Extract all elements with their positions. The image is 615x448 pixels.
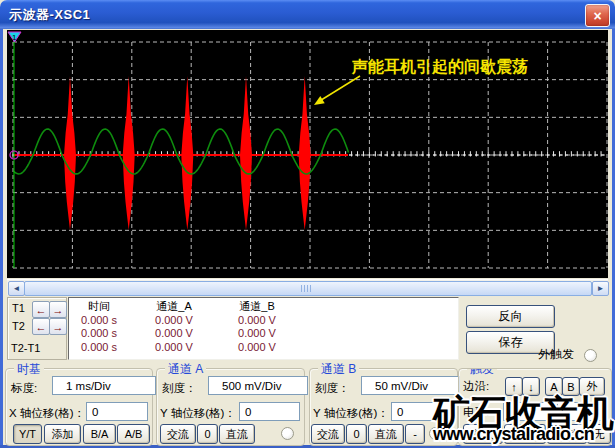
cursor-marker-label: 1 <box>12 33 17 42</box>
channel-b-yshift-label: Y 轴位移(格)： <box>313 406 389 421</box>
t2-channel-a-value: 0.000 V <box>139 327 209 341</box>
t2-t1-label: T2-T1 <box>11 342 40 354</box>
channel-a-dc-button[interactable]: 直流 <box>219 424 255 444</box>
channel-b-dc-button[interactable]: 直流 <box>368 424 404 444</box>
t1-channel-a-value: 0.000 V <box>139 314 209 328</box>
t1-label: T1 <box>12 302 25 314</box>
col-channel-b-header: 通道_B <box>222 300 292 314</box>
channel-b-minus-button[interactable]: - <box>405 424 425 444</box>
scroll-thumb-grip-icon <box>301 285 313 292</box>
channel-a-scale-label: 刻度： <box>162 381 197 396</box>
oscillation-burst <box>64 76 76 230</box>
t2-t1-channel-a-value: 0.000 V <box>139 341 209 355</box>
oscillation-burst <box>123 76 135 230</box>
channel-a-group: 通道 A 刻度： 500 mV/Div Y 轴位移(格)： 0 交流 0 直流 <box>156 368 305 446</box>
scroll-thumb[interactable] <box>24 281 592 296</box>
t1-right-button[interactable]: → <box>49 301 67 318</box>
scope-display: 1 声能耳机引起的间歇震荡 <box>7 30 608 278</box>
channel-b-zero-button[interactable]: 0 <box>346 424 367 444</box>
annotation-arrowhead-icon <box>314 96 325 105</box>
ext-trigger-radio[interactable] <box>584 349 597 362</box>
timebase-scale-field[interactable]: 1 ms/Div <box>52 376 156 395</box>
channel-b-title: 通道 B <box>318 361 359 378</box>
channel-a-yshift-field[interactable]: 0 <box>239 402 300 421</box>
timebase-xshift-field[interactable]: 0 <box>86 402 148 421</box>
t2-t1-channel-b-value: 0.000 V <box>222 341 292 355</box>
channel-a-scale-field[interactable]: 500 mV/Div <box>208 376 308 395</box>
watermark-url: www.crystalradio.cn <box>433 424 594 445</box>
col-channel-a-header: 通道_A <box>139 300 209 314</box>
ext-trigger-label: 外触发 <box>538 346 574 363</box>
reverse-button[interactable]: 反向 <box>466 305 555 328</box>
trigger-title: 触发 <box>467 368 497 378</box>
t2-right-button[interactable]: → <box>49 318 67 335</box>
cursor-readout-group: T1 ← → T2 ← → T2-T1 <box>7 297 67 360</box>
mode-add-button[interactable]: 添加 <box>44 424 81 444</box>
mode-yt-button[interactable]: Y/T <box>13 424 42 444</box>
t2-t1-time-value: 0.000 s <box>69 341 129 355</box>
t2-channel-b-value: 0.000 V <box>222 327 292 341</box>
measurement-table: 时间 0.000 s 0.000 s 0.000 s 通道_A 0.000 V … <box>68 297 459 360</box>
t1-channel-b-value: 0.000 V <box>222 314 292 328</box>
timebase-xshift-label: X 轴位移(格)： <box>9 406 85 421</box>
window-titlebar[interactable]: 示波器-XSC1 × <box>0 0 615 29</box>
timebase-group: 时基 标度: 1 ms/Div X 轴位移(格)： 0 Y/T 添加 B/A A… <box>5 368 153 446</box>
channel-b-ac-button[interactable]: 交流 <box>311 424 345 444</box>
scroll-right-button[interactable]: ► <box>592 281 609 296</box>
t1-time-value: 0.000 s <box>69 314 129 328</box>
t2-label: T2 <box>12 320 25 332</box>
oscillation-burst <box>299 76 311 230</box>
channel-b-scale-label: 刻度： <box>315 381 350 396</box>
timebase-scale-label: 标度: <box>11 381 37 396</box>
t1-left-button[interactable]: ← <box>32 301 50 318</box>
scroll-left-button[interactable]: ◄ <box>8 281 25 296</box>
channel-a-title: 通道 A <box>165 361 206 378</box>
window-border-left <box>0 29 3 448</box>
channel-a-ac-button[interactable]: 交流 <box>160 424 196 444</box>
mode-ab-button[interactable]: A/B <box>117 424 150 444</box>
t2-left-button[interactable]: ← <box>32 318 50 335</box>
mode-ba-button[interactable]: B/A <box>83 424 116 444</box>
h-scrollbar[interactable]: ◄ ► <box>7 279 608 295</box>
channel-a-yshift-label: Y 轴位移(格)： <box>160 406 236 421</box>
t2-time-value: 0.000 s <box>69 327 129 341</box>
scope-canvas: 1 声能耳机引起的间歇震荡 <box>7 30 608 278</box>
annotation-label: 声能耳机引起的间歇震荡 <box>351 58 528 76</box>
channel-a-zero-button[interactable]: 0 <box>197 424 218 444</box>
timebase-title: 时基 <box>14 361 44 378</box>
window-title: 示波器-XSC1 <box>9 6 90 24</box>
channel-a-radio[interactable] <box>281 427 294 440</box>
close-button[interactable]: × <box>585 4 610 27</box>
col-time-header: 时间 <box>69 300 129 314</box>
